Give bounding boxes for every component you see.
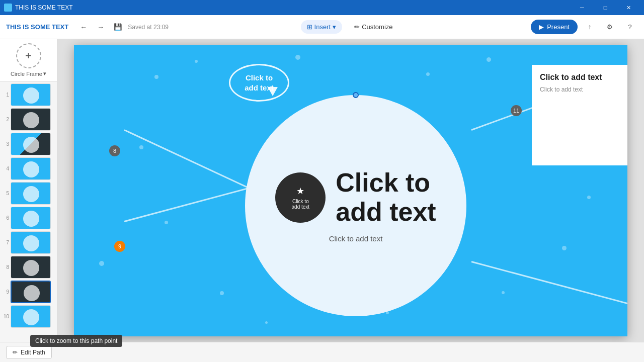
slide-bg-3 bbox=[11, 133, 50, 155]
slide-number-1: 1 bbox=[2, 92, 9, 98]
tooltip: Click to zoom to this path point bbox=[30, 335, 122, 347]
slide-bg-10 bbox=[11, 306, 50, 327]
right-panel-title[interactable]: Click to add text bbox=[540, 73, 619, 82]
slide-thumb-8 bbox=[11, 256, 51, 279]
slide-bg-8 bbox=[11, 256, 50, 278]
toolbar: THIS IS SOME TEXT ← → 💾 Saved at 23:09 ⊞… bbox=[0, 15, 644, 39]
badge-8: 8 bbox=[109, 145, 120, 156]
bubble-shape: Click to add text bbox=[229, 64, 289, 102]
main-circle-content: ★ Click to add text Click to add text bbox=[255, 168, 456, 226]
slide-list: 12345678910 bbox=[0, 81, 57, 342]
close-button[interactable]: ✕ bbox=[617, 0, 640, 15]
slide-thumb-4 bbox=[11, 157, 51, 180]
share-button[interactable]: ↑ bbox=[582, 19, 598, 35]
window-title: THIS IS SOME TEXT bbox=[15, 4, 571, 11]
star-icon: ★ bbox=[296, 186, 304, 197]
undo-button[interactable]: ← bbox=[76, 20, 91, 34]
slide-thumb-6 bbox=[11, 207, 51, 229]
slide-thumb-10 bbox=[11, 305, 51, 328]
pencil-icon: ✏ bbox=[354, 23, 360, 31]
app-icon bbox=[4, 4, 12, 12]
slide-number-4: 4 bbox=[2, 166, 9, 171]
slide-canvas[interactable]: 8 9 11 Click to add text bbox=[74, 45, 627, 336]
maximize-button[interactable]: □ bbox=[594, 0, 617, 15]
slide-item-6[interactable]: 6 bbox=[2, 207, 55, 229]
slide-item-5[interactable]: 5 bbox=[2, 182, 55, 205]
right-panel-sub[interactable]: Click to add text bbox=[540, 86, 619, 93]
slide-thumb-9 bbox=[11, 281, 51, 303]
toolbar-right: ▶ Present ↑ ⚙ ? bbox=[531, 19, 638, 35]
slide-bg-2 bbox=[11, 109, 50, 130]
main-click-text[interactable]: Click to add text bbox=[336, 168, 436, 226]
slide-number-2: 2 bbox=[2, 117, 9, 122]
slide-bg-6 bbox=[11, 207, 50, 229]
insert-chevron-icon: ▾ bbox=[333, 23, 336, 31]
dark-circle[interactable]: ★ Click to add text bbox=[275, 172, 326, 223]
slide-thumb-3 bbox=[11, 133, 51, 155]
slide-number-6: 6 bbox=[2, 215, 9, 221]
pencil-edit-icon: ✏ bbox=[13, 349, 18, 356]
slide-bg-9 bbox=[12, 282, 50, 302]
customize-button[interactable]: ✏ Customize bbox=[348, 20, 398, 34]
speech-bubble[interactable]: Click to add text bbox=[229, 64, 294, 114]
app-logo: THIS IS SOME TEXT bbox=[6, 23, 68, 31]
slide-number-10: 10 bbox=[2, 314, 9, 319]
sidebar: + Circle Frame ▾ 12345678910 bbox=[0, 39, 57, 342]
play-icon: ▶ bbox=[539, 23, 544, 31]
canvas-area[interactable]: 8 9 11 Click to add text bbox=[57, 39, 644, 342]
slide-item-3[interactable]: 3 bbox=[2, 133, 55, 155]
slide-number-9: 9 bbox=[2, 289, 9, 295]
slide-item-2[interactable]: 2 bbox=[2, 108, 55, 131]
title-bar: THIS IS SOME TEXT ─ □ ✕ bbox=[0, 0, 644, 15]
right-panel[interactable]: Click to add text Click to add text bbox=[532, 65, 627, 165]
slide-item-10[interactable]: 10 bbox=[2, 305, 55, 328]
slide-item-1[interactable]: 1 bbox=[2, 83, 55, 106]
slide-number-7: 7 bbox=[2, 240, 9, 245]
help-button[interactable]: ? bbox=[622, 19, 638, 35]
slide-item-8[interactable]: 8 bbox=[2, 256, 55, 279]
control-point[interactable] bbox=[353, 92, 359, 98]
badge-9: 9 bbox=[114, 241, 125, 252]
present-button[interactable]: ▶ Present bbox=[531, 20, 578, 34]
chevron-icon: ▾ bbox=[43, 70, 46, 77]
save-button[interactable]: 💾 bbox=[111, 20, 125, 34]
slide-bg-7 bbox=[11, 232, 50, 253]
add-circle-button[interactable]: + bbox=[16, 43, 41, 68]
slide-number-8: 8 bbox=[2, 264, 9, 270]
insert-icon: ⊞ bbox=[307, 23, 312, 31]
slide-thumb-5 bbox=[11, 182, 51, 205]
slide-item-9[interactable]: 9 bbox=[2, 281, 55, 303]
main-area: + Circle Frame ▾ 12345678910 bbox=[0, 39, 644, 342]
badge-11: 11 bbox=[511, 105, 522, 116]
main-circle[interactable]: ★ Click to add text Click to add text Cl… bbox=[245, 95, 466, 316]
sub-click-text[interactable]: Click to add text bbox=[329, 234, 383, 243]
slide-item-7[interactable]: 7 bbox=[2, 231, 55, 254]
redo-button[interactable]: → bbox=[94, 20, 108, 34]
edit-path-button[interactable]: ✏ Edit Path bbox=[6, 346, 52, 359]
bubble-tail bbox=[268, 87, 278, 96]
sidebar-header: + Circle Frame ▾ bbox=[0, 39, 57, 81]
insert-button[interactable]: ⊞ Insert ▾ bbox=[301, 20, 343, 34]
slide-thumb-2 bbox=[11, 108, 51, 131]
center-toolbar: ⊞ Insert ▾ ✏ Customize bbox=[301, 20, 399, 34]
minimize-button[interactable]: ─ bbox=[571, 0, 594, 15]
slide-thumb-7 bbox=[11, 231, 51, 254]
circle-frame-label[interactable]: Circle Frame ▾ bbox=[11, 70, 46, 77]
slide-item-4[interactable]: 4 bbox=[2, 157, 55, 180]
slide-number-5: 5 bbox=[2, 191, 9, 196]
window-controls: ─ □ ✕ bbox=[571, 0, 640, 15]
slide-bg-5 bbox=[11, 183, 50, 204]
slide-thumb-1 bbox=[11, 83, 51, 106]
settings-button[interactable]: ⚙ bbox=[602, 19, 618, 35]
slide-bg-4 bbox=[11, 158, 50, 179]
slide-number-3: 3 bbox=[2, 141, 9, 147]
saved-status: Saved at 23:09 bbox=[128, 24, 169, 31]
slide-bg-1 bbox=[11, 84, 50, 106]
